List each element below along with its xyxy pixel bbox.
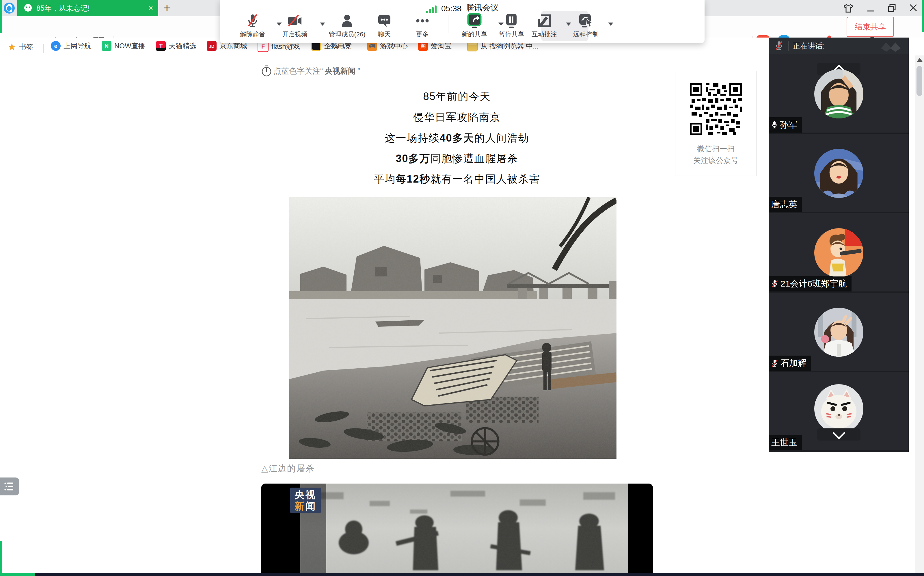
page-scrollbar[interactable] — [915, 56, 924, 573]
mic-on-icon — [771, 121, 777, 129]
more-button[interactable]: 更多 — [401, 13, 444, 39]
avatar — [814, 69, 863, 118]
participant-tile[interactable]: 唐志英 — [769, 134, 909, 212]
article-line: 这一场持续40多天的人间浩劫 — [261, 131, 653, 145]
meeting-watermark-icon — [879, 40, 903, 52]
speaking-label: 正在讲话: — [793, 41, 825, 51]
minimize-icon[interactable] — [866, 4, 876, 13]
annotate-button[interactable]: 互动批注 — [523, 13, 566, 39]
microphone-muted-icon — [246, 13, 259, 28]
article-video[interactable]: 央视 新闻 — [261, 483, 653, 573]
share-border-bottom — [0, 573, 35, 576]
chevron-down-icon — [833, 426, 845, 439]
participant-name: 孙军 — [780, 119, 797, 131]
hint-bold: 央视新闻 — [324, 66, 356, 76]
more-label: 更多 — [401, 30, 444, 39]
article-line: 30多万同胞惨遭血腥屠杀 — [261, 152, 653, 166]
bookmark-item[interactable]: T 天猫精选 — [156, 41, 196, 51]
signal-strength-icon — [426, 5, 437, 13]
expand-panel-button[interactable] — [817, 429, 860, 440]
participant-tile[interactable]: 王世玉 — [769, 372, 909, 450]
video-frame — [300, 483, 628, 573]
participant-name: 石加辉 — [780, 357, 806, 369]
bookmark-item[interactable]: N NOW直播 — [102, 41, 145, 51]
remote-control-label: 远程控制 — [564, 30, 608, 39]
screen-share-icon — [466, 13, 483, 29]
stopwatch-icon — [261, 65, 272, 77]
chat-button[interactable]: 聊天 — [363, 13, 406, 39]
photo-caption: △江边的屠杀 — [261, 463, 315, 475]
bookmark-item[interactable]: ★ 书签 — [8, 41, 33, 53]
start-video-label: 开启视频 — [273, 30, 316, 39]
bookmark-label: 上网导航 — [64, 41, 91, 51]
chat-bubble-icon — [377, 14, 391, 27]
taskbar-edge — [35, 573, 924, 576]
restore-window-icon[interactable] — [887, 3, 897, 13]
participant-name-label: 21会计6班郑宇航 — [769, 276, 852, 291]
speaking-header: 正在讲话: — [769, 38, 909, 54]
annotation-pen-icon — [537, 14, 552, 28]
pause-share-icon — [504, 13, 518, 29]
tmall-icon: T — [156, 41, 166, 51]
share-border-left-bottom — [0, 541, 2, 576]
chat-label: 聊天 — [363, 30, 406, 39]
header-separator — [788, 41, 788, 51]
hint-post: ” — [357, 67, 360, 76]
tab-title: 85年，从未忘记! — [37, 3, 148, 13]
navigation-site-icon: e — [51, 41, 61, 51]
wechat-favicon-icon — [23, 3, 33, 13]
new-tab-button[interactable]: + — [163, 1, 171, 15]
participant-name-label: 唐志英 — [769, 197, 802, 212]
scrollbar-up-arrow[interactable] — [917, 58, 922, 62]
badge-row2: 新闻 — [295, 500, 316, 512]
unmute-button[interactable]: 解除静音 — [231, 13, 274, 39]
participant-tile[interactable]: 石加辉 — [769, 293, 909, 371]
toolbar-separator — [615, 15, 615, 33]
participant-name: 王世玉 — [771, 437, 797, 449]
side-panel-handle[interactable] — [0, 477, 19, 495]
avatar — [814, 228, 863, 277]
scrollbar-thumb[interactable] — [916, 66, 922, 96]
article-photo — [289, 197, 616, 459]
avatar — [814, 308, 863, 357]
avatar — [814, 384, 863, 433]
meeting-time: 05:38 — [441, 4, 461, 13]
qr-text-line1: 微信扫一扫 — [675, 144, 756, 154]
qr-code — [690, 83, 742, 135]
remote-control-caret-icon[interactable] — [608, 22, 613, 26]
unmute-label: 解除静音 — [231, 30, 274, 39]
close-window-icon[interactable] — [908, 3, 918, 13]
camera-off-icon — [287, 14, 303, 27]
remote-control-button[interactable]: 远程控制 — [564, 13, 608, 39]
hint-pre: 点蓝色字关注“ — [273, 66, 323, 76]
meeting-status: 05:38 腾讯会议 — [426, 2, 498, 13]
share-border-left-top — [0, 0, 2, 33]
participant-tile[interactable]: 21会计6班郑宇航 — [769, 213, 909, 291]
meeting-app-name: 腾讯会议 — [466, 2, 498, 13]
bookmark-label: 书签 — [19, 42, 33, 51]
participant-name-label: 孙军 — [769, 117, 802, 133]
participant-name-label: 石加辉 — [769, 355, 811, 371]
star-icon: ★ — [8, 41, 16, 53]
meeting-participants-panel: 正在讲话: — [769, 38, 909, 452]
share-border-right-top — [922, 0, 924, 32]
bookmark-item[interactable]: e 上网导航 — [51, 41, 91, 51]
cctv-news-badge: 央视 新闻 — [290, 488, 321, 513]
start-video-button[interactable]: 开启视频 — [273, 13, 316, 39]
participant-name-label: 王世玉 — [769, 435, 802, 450]
article-line: 侵华日军攻陷南京 — [261, 110, 653, 125]
participant-name: 唐志英 — [771, 198, 797, 210]
badge-row1: 央视 — [295, 489, 316, 500]
soldiers-footage — [300, 483, 628, 573]
now-live-icon: N — [102, 41, 112, 51]
jd-icon: JD — [207, 41, 217, 51]
browser-logo-icon — [3, 2, 15, 14]
toolbar-separator — [448, 15, 448, 33]
tab-close-icon[interactable]: × — [148, 3, 153, 13]
bookmark-separator — [43, 44, 44, 53]
participant-tile[interactable]: 孙军 — [769, 54, 909, 133]
article-line: 85年前的今天 — [261, 90, 653, 104]
skin-theme-icon[interactable] — [843, 3, 854, 13]
browser-tab[interactable]: 85年，从未忘记! × — [18, 0, 158, 16]
end-share-button[interactable]: 结束共享 — [847, 17, 894, 37]
